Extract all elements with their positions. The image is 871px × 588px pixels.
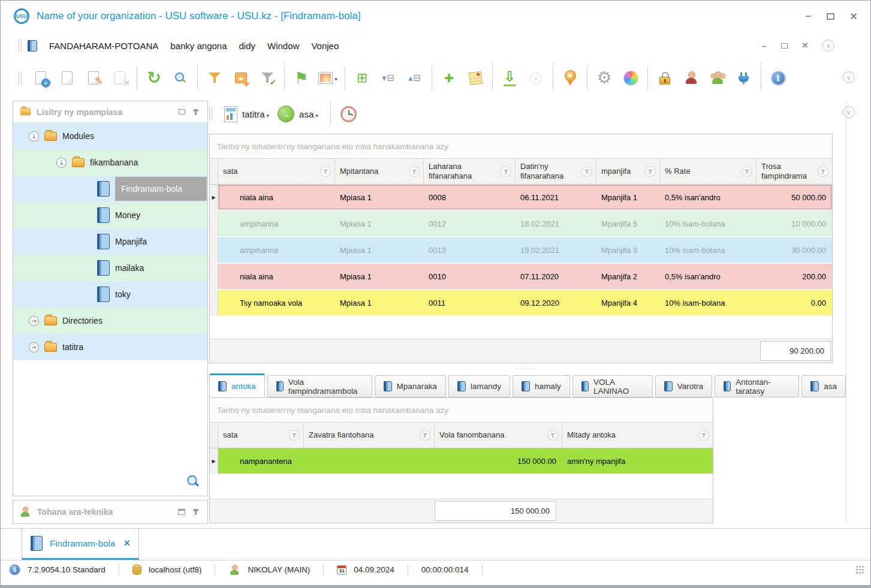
column-header-zavatra[interactable]: Zavatra fiantohana (304, 423, 435, 448)
toolbar-grip[interactable] (19, 39, 22, 52)
expand-node-icon[interactable] (29, 316, 39, 326)
tree-item-fikambanana[interactable]: fikambanana (13, 149, 207, 176)
column-filter-icon[interactable] (320, 166, 331, 177)
column-filter-icon[interactable] (645, 166, 656, 177)
column-filter-icon[interactable] (742, 166, 752, 177)
minimize-icon[interactable] (806, 10, 811, 22)
close-tab-icon[interactable] (123, 537, 130, 550)
tab-hamaly[interactable]: hamaly (513, 375, 570, 397)
panel-pin-icon[interactable] (195, 109, 197, 115)
column-header-sata[interactable]: sata (218, 423, 304, 448)
export-icon[interactable] (496, 64, 523, 92)
doc-minimize-icon[interactable] (762, 41, 767, 51)
panel-splitter[interactable] (846, 101, 846, 523)
tree-item-modules[interactable]: Modules (13, 123, 207, 149)
expand-item-icon[interactable] (349, 64, 375, 92)
column-header-laharana[interactable]: Laharana fifanarahana (424, 159, 516, 184)
toolbar-grip[interactable] (209, 107, 212, 120)
tree-item-tatitra[interactable]: tatitra (13, 334, 207, 360)
collapse-node-icon[interactable] (56, 158, 67, 168)
users-group-icon[interactable] (704, 64, 731, 92)
table-row[interactable]: Tsy namoaka vola Mpiasa 1 0011 09.12.202… (210, 290, 832, 316)
doc-close-icon[interactable] (802, 40, 808, 52)
tab-vola-fampindramambola[interactable]: Vola fampindramambola (267, 375, 372, 397)
tree-item-toky[interactable]: toky (13, 281, 207, 307)
lock-icon[interactable] (652, 64, 678, 92)
menubar-overflow-icon[interactable] (822, 40, 834, 52)
doc-restore-icon[interactable] (781, 43, 788, 49)
settings-gear-icon[interactable] (591, 64, 617, 92)
toolbar-overflow-icon[interactable] (843, 71, 855, 83)
filter-apply-icon[interactable] (254, 64, 281, 92)
new-document-icon[interactable] (28, 64, 54, 92)
tree-item-mailaka[interactable]: mailaka (13, 255, 207, 281)
tree-item-directories[interactable]: Directories (13, 307, 207, 334)
column-filter-icon[interactable] (501, 166, 511, 177)
panel-pin-icon[interactable] (195, 509, 197, 515)
support-panel-header[interactable]: Tohana ara-teknika (13, 500, 208, 524)
tree-item-findramam-bola[interactable]: Findramam-bola (13, 176, 207, 202)
report-dropdown[interactable]: tatitra (242, 109, 269, 119)
search-icon[interactable] (167, 64, 194, 92)
delete-icon[interactable] (107, 64, 133, 92)
panel-restore-icon[interactable] (179, 109, 185, 114)
tree-item-mpanjifa[interactable]: Mpanjifa (13, 228, 207, 255)
info-icon[interactable] (9, 564, 20, 575)
column-header-mpitantana[interactable]: Mpitantana (335, 159, 424, 184)
expand-node-icon[interactable] (29, 342, 39, 352)
tab-antoka[interactable]: antoka (209, 373, 265, 397)
edit-icon[interactable] (80, 64, 107, 92)
column-header-mitady[interactable]: Mitady antoka (562, 423, 713, 448)
column-header-sata[interactable]: sata (218, 159, 335, 184)
add-record-icon[interactable] (436, 64, 462, 92)
toolbar-grip[interactable] (19, 71, 22, 85)
menu-item-commands[interactable]: didy (233, 41, 262, 51)
column-filter-icon[interactable] (818, 166, 828, 177)
menu-item-database[interactable]: banky angona (164, 41, 233, 51)
notes-icon[interactable] (462, 64, 489, 92)
table-row[interactable]: ampiharina Mpiasa 1 0012 18.02.2021 Mpan… (210, 211, 832, 237)
column-filter-icon[interactable] (289, 430, 300, 441)
menu-item-window[interactable]: Window (261, 41, 305, 51)
tab-vola-laninao[interactable]: VOLA LANINAO (572, 375, 653, 397)
table-row[interactable]: niala aina Mpiasa 1 0008 06.11.2021 Mpan… (210, 185, 832, 211)
filter-range-icon[interactable] (228, 64, 254, 92)
collapse-node-icon[interactable] (29, 131, 39, 141)
tab-varotra[interactable]: Varotra (655, 375, 712, 397)
info-icon[interactable] (765, 64, 791, 92)
tab-lamandy[interactable]: lamandy (448, 375, 510, 397)
refresh-icon[interactable] (141, 64, 167, 92)
resize-grip[interactable] (855, 565, 864, 574)
filter-icon[interactable] (201, 64, 228, 92)
grid-splitter[interactable] (209, 363, 845, 373)
user-permissions-icon[interactable] (678, 64, 704, 92)
column-header-trosa[interactable]: Trosa fampindrama (757, 159, 832, 184)
more-circle-icon[interactable] (523, 64, 549, 92)
maximize-icon[interactable] (827, 13, 834, 20)
menu-item-help[interactable]: Vonjeo (305, 41, 345, 51)
timer-clock-icon[interactable] (340, 106, 357, 122)
panel-maximize-icon[interactable] (178, 509, 185, 515)
image-icon[interactable] (315, 64, 341, 92)
tab-antontan-taratasy[interactable]: Antontan-taratasy (715, 375, 799, 397)
collapse-tree-icon[interactable] (375, 64, 402, 92)
tree-search-icon[interactable] (186, 475, 200, 488)
column-filter-icon[interactable] (547, 430, 558, 441)
menu-item-program[interactable]: FANDAHARAM-POTOANA (43, 41, 164, 51)
expand-tree-icon[interactable] (402, 64, 428, 92)
plugin-icon[interactable] (731, 64, 757, 92)
tab-mpanaraka[interactable]: Mpanaraka (375, 375, 447, 397)
column-filter-icon[interactable] (698, 430, 709, 441)
table-row[interactable]: niala aina Mpiasa 1 0010 07.11.2020 Mpan… (210, 264, 832, 290)
table-row[interactable]: nampanantena 150 000.00 amin'ny mpanjifa (210, 448, 713, 475)
color-wheel-icon[interactable] (617, 64, 644, 92)
report-icon[interactable] (224, 106, 237, 122)
copy-icon[interactable] (54, 64, 80, 92)
run-action-icon[interactable] (278, 105, 294, 122)
reportbar-overflow-icon[interactable] (843, 106, 855, 118)
column-header-vola[interactable]: Vola fanombanana (435, 423, 562, 448)
action-dropdown[interactable]: asa (299, 109, 318, 119)
table-row[interactable]: ampiharina Mpiasa 1 0013 19.02.2021 Mpan… (210, 237, 832, 264)
column-header-datiny[interactable]: Datin'ny fifanarahana (516, 159, 596, 184)
column-header-rate[interactable]: % Rate (660, 159, 757, 184)
